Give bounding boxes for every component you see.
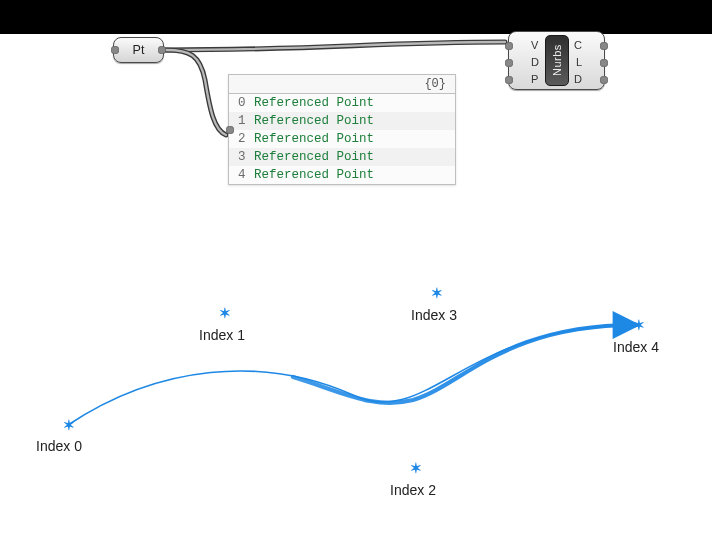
panel-row: 3Referenced Point [229, 148, 455, 166]
point-label: Index 3 [411, 307, 457, 323]
port-grip-icon[interactable] [505, 76, 513, 84]
point-marker-icon: ✶ [63, 420, 73, 430]
point-label: Index 2 [390, 482, 436, 498]
panel-row-value: Referenced Point [254, 150, 374, 164]
panel-row-index: 4 [238, 168, 248, 182]
panel-row-value: Referenced Point [254, 168, 374, 182]
panel-path: {0} [229, 75, 455, 94]
nurbs-input-v[interactable]: V [531, 37, 538, 54]
point-marker-icon: ✶ [431, 288, 441, 298]
port-grip-icon[interactable] [600, 59, 608, 67]
nurbs-input-p[interactable]: P [531, 71, 538, 88]
panel-row: 1Referenced Point [229, 112, 455, 130]
toolbar-strip [0, 0, 712, 34]
point-param-node[interactable]: Pt [113, 37, 164, 63]
panel-row-index: 2 [238, 132, 248, 146]
point-param-label: Pt [133, 43, 145, 57]
panel-row-index: 1 [238, 114, 248, 128]
nurbs-output-c[interactable]: C [574, 37, 582, 54]
nurbs-output-l[interactable]: L [576, 54, 582, 71]
nurbs-label: Nurbs [545, 35, 569, 86]
panel-row: 0Referenced Point [229, 94, 455, 112]
panel-row-value: Referenced Point [254, 132, 374, 146]
data-panel[interactable]: {0} 0Referenced Point 1Referenced Point … [228, 74, 456, 185]
panel-row-index: 0 [238, 96, 248, 110]
point-marker-icon: ✶ [219, 308, 229, 318]
point-marker-icon: ✶ [410, 463, 420, 473]
panel-row-value: Referenced Point [254, 96, 374, 110]
panel-row: 2Referenced Point [229, 130, 455, 148]
panel-row-index: 3 [238, 150, 248, 164]
panel-row: 4Referenced Point [229, 166, 455, 184]
nurbs-curve-node[interactable]: V D P Nurbs C L D [508, 31, 605, 90]
point-label: Index 4 [613, 339, 659, 355]
point-marker-icon: ✶ [633, 320, 643, 330]
nurbs-input-d[interactable]: D [531, 54, 539, 71]
nurbs-curve [33, 270, 673, 510]
nurbs-output-d[interactable]: D [574, 71, 582, 88]
point-label: Index 0 [36, 438, 82, 454]
panel-row-value: Referenced Point [254, 114, 374, 128]
port-grip-icon[interactable] [600, 42, 608, 50]
port-grip-icon[interactable] [600, 76, 608, 84]
viewport: ✶ ✶ ✶ ✶ ✶ Index 0 Index 1 Index 2 Index … [33, 270, 673, 510]
point-label: Index 1 [199, 327, 245, 343]
port-grip-icon[interactable] [505, 42, 513, 50]
port-grip-icon[interactable] [505, 59, 513, 67]
